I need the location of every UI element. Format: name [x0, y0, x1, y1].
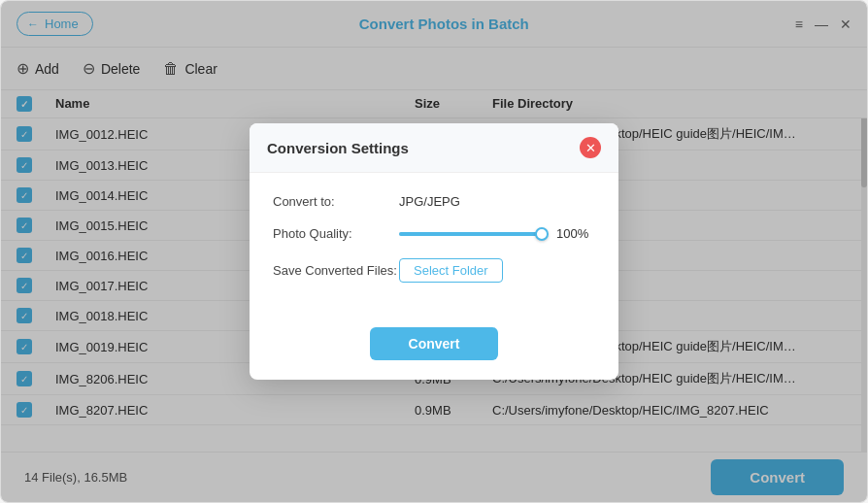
app-window: ← Home Convert Photos in Batch ≡ — ✕ ⊕ A… [0, 0, 868, 503]
modal-header: Conversion Settings ✕ [250, 123, 618, 173]
modal-close-icon: ✕ [585, 141, 596, 155]
convert-to-label: Convert to: [273, 194, 399, 209]
save-files-row: Save Converted Files: Select Folder [273, 258, 595, 283]
modal-body: Convert to: JPG/JEPG Photo Quality: 100%… [250, 173, 618, 319]
modal-overlay: Conversion Settings ✕ Convert to: JPG/JE… [1, 1, 867, 502]
photo-quality-row: Photo Quality: 100% [273, 226, 595, 241]
quality-slider-track[interactable] [399, 232, 547, 236]
modal-title: Conversion Settings [267, 140, 409, 156]
convert-to-value: JPG/JEPG [399, 194, 460, 209]
photo-quality-label: Photo Quality: [273, 226, 399, 241]
quality-slider-thumb[interactable] [535, 227, 549, 241]
modal-close-button[interactable]: ✕ [580, 137, 601, 158]
modal-footer: Convert [250, 319, 618, 380]
save-files-label: Save Converted Files: [273, 263, 399, 278]
modal-convert-button[interactable]: Convert [370, 327, 499, 360]
convert-to-row: Convert to: JPG/JEPG [273, 194, 595, 209]
quality-value: 100% [556, 226, 595, 241]
conversion-settings-modal: Conversion Settings ✕ Convert to: JPG/JE… [250, 123, 618, 380]
quality-slider-container: 100% [399, 226, 595, 241]
quality-slider-fill [399, 232, 539, 236]
select-folder-button[interactable]: Select Folder [399, 258, 503, 283]
